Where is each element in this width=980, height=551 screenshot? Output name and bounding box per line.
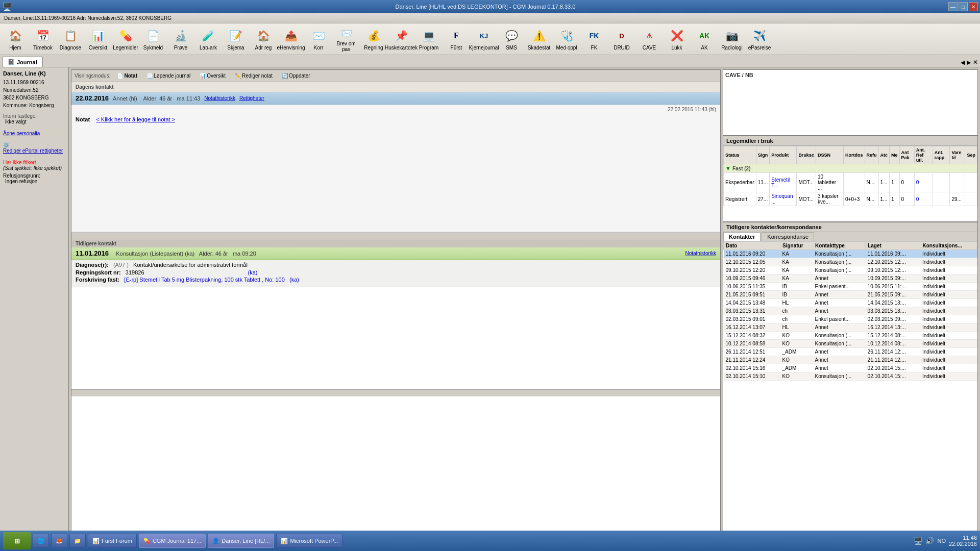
clock-time: 11:46 [949, 535, 977, 541]
toolbar-druid[interactable]: D DRUID [608, 25, 635, 54]
toolbar-korr[interactable]: ✉️ Korr [305, 25, 332, 54]
kontakt-row-12[interactable]: 26.11.2014 12:51 _ADM Annet 26.11.2014 1… [724, 348, 977, 356]
minimize-button[interactable]: — [948, 2, 958, 11]
kontakt-row-4[interactable]: 10.06.2015 11:35 IB Enkel pasient... 10.… [724, 283, 977, 291]
toolbar-sms[interactable]: 💬 SMS [498, 25, 525, 54]
kontakt-row-7[interactable]: 03.03.2015 13:31 ch Annet 03.03.2015 13:… [724, 307, 977, 315]
toolbar-hjem[interactable]: 🏠 Hjem [2, 25, 29, 54]
kontakt-row-5[interactable]: 21.05.2015 09:51 IB Annet 21.05.2015 09:… [724, 291, 977, 299]
krow-type-8: Enkel pasient... [813, 315, 866, 323]
nav-close-icon[interactable]: ✕ [973, 59, 978, 66]
viewmode-notat[interactable]: 📄 Notat [114, 72, 140, 80]
lem-produkt-0[interactable]: Stemetil T... [770, 173, 797, 192]
tab-kontakter[interactable]: Kontakter [723, 232, 761, 241]
hscroll-dagens[interactable] [71, 233, 720, 240]
kol-dato[interactable]: Dato [724, 242, 780, 250]
taskbar-furst[interactable]: 📊 Fürst Forum [88, 534, 137, 548]
toolbar-labark[interactable]: 🧪 Lab-ark [195, 25, 222, 54]
tab-korrespondanse[interactable]: Korrespondanse [762, 232, 814, 241]
dagens-type: Annet (hl) Alder: 46 år ma 11:43 [113, 95, 200, 102]
toolbar-epasreise[interactable]: ✈️ ePasreise [746, 25, 773, 54]
toolbar-lukk[interactable]: ❌ Lukk [664, 25, 690, 54]
nav-prev-icon[interactable]: ◀ [961, 59, 965, 66]
taskbar-danser[interactable]: 👤 Danser, Line [HL/... [208, 534, 274, 548]
tab-journal[interactable]: 📓 Journal [2, 57, 43, 67]
lem-antref-1[interactable]: 0 [914, 192, 933, 206]
viewmode-oppdater[interactable]: 🔄 Oppdater [279, 72, 313, 80]
toolbar-skjema[interactable]: 📝 Skjema [223, 25, 249, 54]
krow-dato-3: 10.09.2015 09:46 [724, 274, 780, 283]
toolbar-diagnose[interactable]: 📋 Diagnose [57, 25, 84, 54]
toolbar-huskekartotek[interactable]: 📌 Huskekartotek [388, 25, 414, 54]
toolbar-cave[interactable]: ⚠ CAVE [636, 25, 663, 54]
notathistorikk-link[interactable]: Notathistorikk [204, 95, 235, 101]
taskbar-ie[interactable]: 🌐 [33, 534, 49, 548]
toolbar-oversikt[interactable]: 📊 Oversikt [85, 25, 111, 54]
expand-icon[interactable]: ▼ [725, 165, 732, 171]
toolbar-program[interactable]: 💻 Program [415, 25, 442, 54]
toolbar-ak[interactable]: AK AK [691, 25, 718, 54]
timebok-label: Timebok [33, 45, 53, 51]
druid-label: DRUID [614, 45, 630, 51]
toolbar-timebok[interactable]: 📅 Timebok [30, 25, 56, 54]
kontakt-row-14[interactable]: 02.10.2014 15:16 _ADM Annet 02.10.2014 1… [724, 364, 977, 372]
rediger-eportal-link[interactable]: Rediger ePortal rettigheter [3, 148, 65, 154]
viewmode-oversikt[interactable]: 📊 Oversikt [197, 72, 228, 80]
ie-icon: 🌐 [37, 538, 44, 544]
viewmode-rediger[interactable]: ✏️ Rediger notat [232, 72, 275, 80]
powerpoint-icon: 📊 [281, 538, 288, 544]
maximize-button[interactable]: □ [959, 2, 968, 11]
toolbar-forst[interactable]: F Fürst [443, 25, 470, 54]
kontakt-row-0[interactable]: 11.01.2016 09:20 KA Konsultasjon (... 11… [724, 250, 977, 258]
kontakt-row-15[interactable]: 02.10.2014 15:10 KO Konsultasjon (... 02… [724, 372, 977, 381]
toolbar-skadestat[interactable]: ⚠️ Skadestat [526, 25, 552, 54]
journal-scroll-area[interactable]: Dagens kontakt 22.02.2016 Annet (hl) Ald… [71, 82, 720, 538]
col-dssn: DSSN [816, 146, 843, 164]
rettigheter-link[interactable]: Rettigheter [239, 95, 264, 101]
notat-section[interactable]: Notat < Klikk her for å legge til notat … [71, 114, 720, 130]
toolbar-kjernejournal[interactable]: KJ Kjernejournal [471, 25, 497, 54]
tidligere-notathistorikk-link[interactable]: Notathistorikk [685, 251, 716, 256]
krow-laget-6: 14.04.2015 13:... [866, 299, 920, 307]
lem-status-1: Registrert [724, 192, 756, 206]
toolbar-fk[interactable]: FK FK [581, 25, 607, 54]
krow-laget-0: 11.01.2016 09:... [866, 250, 920, 258]
kontakt-row-1[interactable]: 12.10.2015 12:05 KA Konsultasjon (... 12… [724, 258, 977, 266]
taskbar-powerpoint[interactable]: 📊 Microsoft PowerP... [276, 534, 342, 548]
start-button[interactable]: ⊞ [3, 532, 31, 549]
clock: 11:46 22.02.2016 [949, 535, 977, 547]
toolbar-sykmeld[interactable]: 📄 Sykmeld [140, 25, 166, 54]
kontakt-row-8[interactable]: 02.03.2015 09:01 ch Enkel pasient... 02.… [724, 315, 977, 323]
toolbar-adrreg[interactable]: 🏠 Adr reg [250, 25, 277, 54]
kontakter-scroll[interactable]: Dato Signatur Kontakttype Laget Konsulta… [723, 241, 977, 538]
toolbar-ehenvisning[interactable]: 📤 eHenvisning [278, 25, 304, 54]
taskbar-cgm[interactable]: 💊 CGM Journal 117... [139, 534, 206, 548]
hscroll-earlier[interactable] [71, 389, 720, 396]
taskbar-explorer[interactable]: 📁 [69, 534, 86, 548]
toolbar-brevompas[interactable]: 📨 Brev om pas [333, 25, 359, 54]
viewmode-lopende[interactable]: 📃 Løpende journal [144, 72, 193, 80]
nav-next-icon[interactable]: ▶ [967, 59, 971, 66]
krow-laget-5: 21.05.2015 09:... [866, 291, 920, 299]
toolbar-legemidler[interactable]: 💊 Legemidler [112, 25, 139, 54]
lem-antref-0[interactable]: 0 [914, 173, 933, 192]
toolbar-regning[interactable]: 💰 Regning [360, 25, 387, 54]
toolbar-prove[interactable]: 🔬 Prøve [167, 25, 194, 54]
lem-sep-0 [965, 173, 977, 192]
cgm-icon: 💊 [143, 538, 151, 544]
kontakt-row-3[interactable]: 10.09.2015 09:46 KA Annet 10.09.2015 09:… [724, 274, 977, 283]
toolbar-medoppl[interactable]: 🩺 Med oppl [553, 25, 580, 54]
kontakt-row-6[interactable]: 14.04.2015 13:48 HL Annet 14.04.2015 13:… [724, 299, 977, 307]
kontakt-row-9[interactable]: 16.12.2014 13:07 HL Annet 16.12.2014 13:… [724, 323, 977, 332]
kontakt-row-13[interactable]: 21.11.2014 12:24 KO Annet 21.11.2014 12:… [724, 356, 977, 364]
toolbar-radiologi[interactable]: 📷 Radiologi [719, 25, 745, 54]
kontakt-row-11[interactable]: 10.12.2014 08:58 KO Konsultasjon (... 10… [724, 340, 977, 348]
lem-produkt-1[interactable]: Sinequan ... [770, 192, 797, 206]
kontakt-row-10[interactable]: 15.12.2014 08:32 KO Konsultasjon (... 15… [724, 332, 977, 340]
notat-placeholder[interactable]: < Klikk her for å legge til notat > [96, 116, 175, 122]
close-button[interactable]: ✕ [969, 2, 978, 11]
kontakt-row-2[interactable]: 09.10.2015 12:20 KA Konsultasjon (... 09… [724, 266, 977, 274]
taskbar-firefox[interactable]: 🦊 [51, 534, 67, 548]
apne-personalia-link[interactable]: Åpne personalia [3, 131, 65, 136]
krow-laget-8: 02.03.2015 09:... [866, 315, 920, 323]
